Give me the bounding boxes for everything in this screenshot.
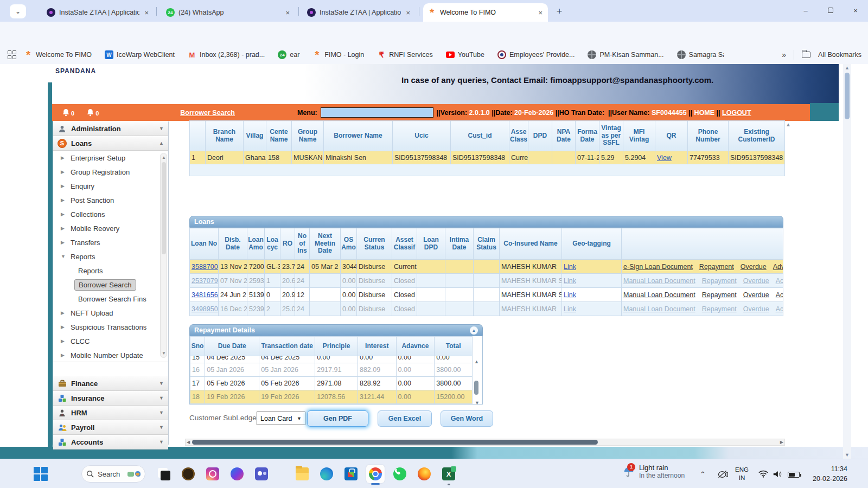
scroll-down-icon[interactable]: ▼ <box>845 452 850 458</box>
scroll-right-icon[interactable]: ▶ <box>780 440 783 445</box>
sidebar-item-transfers[interactable]: ▶Transfers <box>53 235 168 249</box>
action-link-repayment[interactable]: Repayment <box>702 277 737 285</box>
sidebar-item-reports[interactable]: Reports <box>53 264 168 278</box>
horizontal-scrollbar[interactable]: ◀ ▶ <box>185 439 785 446</box>
action-link-repayment[interactable]: Repayment <box>702 291 737 299</box>
bookmark-pm-kisan-samman-[interactable]: PM-Kisan Samman... <box>588 50 663 59</box>
wifi-icon[interactable] <box>758 470 768 478</box>
taskbar-icon-taskview[interactable] <box>155 465 173 483</box>
action-link-manual-loan-document[interactable]: Manual Loan Document <box>623 291 695 299</box>
browser-scrollbar[interactable]: ▲ ▼ <box>843 64 851 459</box>
loan-no-link[interactable]: 2537079 <box>192 277 218 285</box>
tab-close-icon[interactable]: × <box>537 9 544 17</box>
close-button[interactable]: × <box>843 0 868 21</box>
bookmarks-overflow-icon[interactable]: » <box>782 50 786 59</box>
action-link-overdue[interactable]: Overdue <box>743 291 769 299</box>
loan-no-link[interactable]: 3588700 <box>192 263 218 271</box>
scroll-thumb[interactable] <box>162 162 166 254</box>
maximize-button[interactable] <box>818 0 843 21</box>
tab-close-icon[interactable]: × <box>143 9 150 17</box>
loan-no-link[interactable]: 3498950 <box>192 305 218 313</box>
sidebar-item-reports[interactable]: ▼Reports <box>53 249 168 264</box>
taskbar-icon-firefox[interactable] <box>415 465 433 483</box>
sidebar-section-hrm[interactable]: HRM▼ <box>53 406 168 420</box>
sidebar-item-mobile-reovery[interactable]: ▶Mobile Reovery <box>53 221 168 235</box>
tray-chevron-up-icon[interactable]: ⌃ <box>700 470 706 478</box>
battery-icon[interactable] <box>788 472 800 478</box>
taskbar-icon-media[interactable] <box>179 465 197 483</box>
bookmark-rnfi-services[interactable]: ₹RNFI Services <box>377 50 433 59</box>
action-link-repayment[interactable]: Repayment <box>699 263 734 271</box>
subledger-select[interactable]: Loan Card ▼ <box>257 412 305 425</box>
sidebar-item-collections[interactable]: ▶Collections <box>53 207 168 221</box>
action-link-ac[interactable]: Ac <box>776 305 783 313</box>
geo-link[interactable]: Link <box>564 305 576 313</box>
scroll-down-icon[interactable]: ▼ <box>475 400 480 406</box>
scroll-up-icon[interactable]: ▲ <box>474 359 479 364</box>
taskbar-search[interactable]: Search <box>81 465 145 483</box>
gen-button-gen-pdf[interactable]: Gen PDF <box>307 410 368 427</box>
new-tab-button[interactable]: + <box>552 4 566 18</box>
browser-tab-2[interactable]: 24(24) WhatsApp× <box>162 3 295 22</box>
tab-close-icon[interactable]: × <box>405 9 411 17</box>
sidebar-section-payroll[interactable]: Payroll▼ <box>53 420 168 435</box>
notification-bell-1[interactable]: 0 <box>62 108 74 117</box>
browser-tab-1[interactable]: InstaSafe ZTAA | Application Ac× <box>42 3 154 22</box>
action-link-ac[interactable]: Ac <box>776 277 783 285</box>
bookmark-fimo-login[interactable]: *FIMO - Login <box>312 50 364 59</box>
bookmark-icewarp-webclient[interactable]: WIceWarp WebClient <box>105 50 175 59</box>
scroll-up-icon[interactable]: ▲ <box>845 65 850 70</box>
taskbar-icon-copilot[interactable] <box>228 465 246 483</box>
scroll-down-icon[interactable]: ▼ <box>162 351 166 356</box>
tab-groups-icon[interactable] <box>8 50 16 59</box>
collapse-panel-icon[interactable]: ▲ <box>470 326 478 335</box>
taskbar-clock[interactable]: 11:34 20-02-2026 <box>803 465 847 484</box>
sidebar-item-post-sanction[interactable]: ▶Post Sanction <box>53 193 168 207</box>
action-link-overdue[interactable]: Overdue <box>741 263 767 271</box>
sidebar-section-loans[interactable]: SLoans▲ <box>53 136 168 151</box>
menubar-logout[interactable]: LOGOUT <box>722 109 751 117</box>
taskbar-icon-whatsapp[interactable] <box>391 465 409 483</box>
scroll-up-icon[interactable]: ▲ <box>162 155 166 160</box>
taskbar-icon-explorer[interactable] <box>293 465 311 483</box>
scroll-thumb[interactable] <box>474 381 478 395</box>
start-button[interactable] <box>34 467 48 481</box>
tab-close-icon[interactable]: × <box>284 9 291 17</box>
taskbar-weather[interactable]: 1 Light rain In the afternoon <box>623 464 685 479</box>
loan-no-link[interactable]: 3481656 <box>192 291 218 299</box>
repayment-scrollbar[interactable]: ▲ ▼ <box>473 359 481 406</box>
sidebar-scrollbar[interactable]: ▲ ▼ <box>160 153 167 358</box>
language-indicator[interactable]: ENG IN <box>735 466 749 482</box>
action-link-manual-loan-document[interactable]: Manual Loan Document <box>623 277 695 285</box>
content-scroll-up-icon[interactable]: ▲ <box>786 121 791 127</box>
sidebar-section-insurance[interactable]: Insurance▼ <box>53 391 168 406</box>
action-link-overdue[interactable]: Overdue <box>743 277 769 285</box>
taskbar-icon-excel[interactable]: X <box>439 465 458 483</box>
borrower-search-link[interactable]: Borrower Search <box>180 109 235 117</box>
scroll-thumb[interactable] <box>192 440 598 445</box>
sidebar-item-enquiry[interactable]: ▶Enquiry <box>53 179 168 193</box>
gen-button-gen-word[interactable]: Gen Word <box>441 410 493 427</box>
taskbar-icon-edge[interactable] <box>317 465 336 483</box>
bookmark-youtube[interactable]: YouTube <box>446 51 484 59</box>
action-link-adv[interactable]: Adv <box>773 263 783 271</box>
qr-view-link[interactable]: View <box>657 154 672 162</box>
search-highlight-image[interactable] <box>127 471 141 477</box>
scroll-left-icon[interactable]: ◀ <box>187 440 190 445</box>
taskbar-icon-chrome[interactable] <box>366 465 385 483</box>
taskbar-icon-store[interactable] <box>342 465 360 483</box>
sidebar-section-finance[interactable]: Finance▼ <box>53 376 168 391</box>
browser-tab-3[interactable]: InstaSafe ZTAA | Application Ac× <box>303 3 416 22</box>
bookmark-ear[interactable]: 24ear <box>278 50 299 59</box>
menu-input[interactable] <box>321 107 433 118</box>
action-link-manual-loan-document[interactable]: Manual Loan Document <box>623 305 695 313</box>
sidebar-item-group-registration[interactable]: ▶Group Registration <box>53 165 168 179</box>
geo-link[interactable]: Link <box>564 263 576 271</box>
bookmark-samagra-samajik-su-[interactable]: Samagra Samajik Su... <box>677 50 724 59</box>
action-link-ac[interactable]: Ac <box>776 291 783 299</box>
speaker-icon[interactable] <box>773 470 782 478</box>
action-link-overdue[interactable]: Overdue <box>743 305 769 313</box>
taskbar-icon-teams[interactable] <box>252 465 271 483</box>
sidebar-item-borrower-search[interactable]: Borrower Search <box>53 278 168 292</box>
bookmark-inbox-2-368-prad-[interactable]: MInbox (2,368) - prad... <box>188 50 265 59</box>
